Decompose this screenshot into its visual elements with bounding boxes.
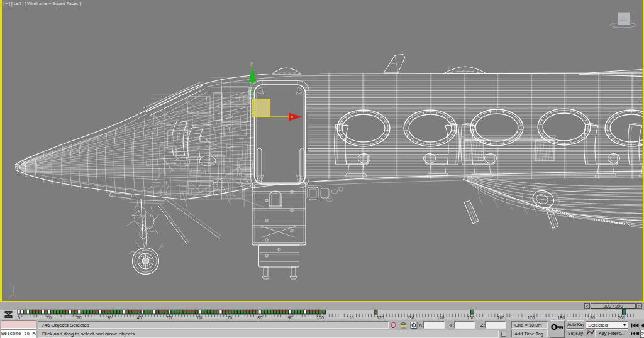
svg-text:70: 70 (227, 315, 232, 320)
svg-text:120: 120 (377, 315, 384, 320)
svg-text:0: 0 (18, 315, 20, 320)
svg-text:90: 90 (287, 315, 292, 320)
svg-text:y: y (250, 60, 253, 66)
svg-text:LEFT: LEFT (620, 18, 628, 22)
svg-text:180: 180 (557, 315, 565, 320)
svg-text:140: 140 (437, 315, 445, 320)
svg-text:110: 110 (347, 315, 353, 320)
svg-text:30: 30 (107, 315, 112, 320)
svg-text:100: 100 (316, 315, 324, 320)
svg-text:170: 170 (527, 315, 535, 320)
svg-text:40: 40 (137, 315, 142, 320)
svg-text:▲: ▲ (623, 16, 625, 18)
svg-text:150: 150 (467, 315, 475, 320)
svg-text:130: 130 (407, 315, 414, 320)
svg-text:190: 190 (587, 315, 595, 320)
svg-text:50: 50 (167, 315, 172, 320)
svg-text:200: 200 (618, 315, 625, 320)
svg-text:z: z (9, 281, 12, 286)
svg-text:60: 60 (197, 315, 203, 320)
svg-text:160: 160 (497, 315, 505, 320)
svg-text:10: 10 (47, 315, 52, 320)
svg-text:x: x (14, 293, 16, 298)
svg-text:80: 80 (257, 315, 262, 320)
svg-text:20: 20 (77, 315, 82, 320)
